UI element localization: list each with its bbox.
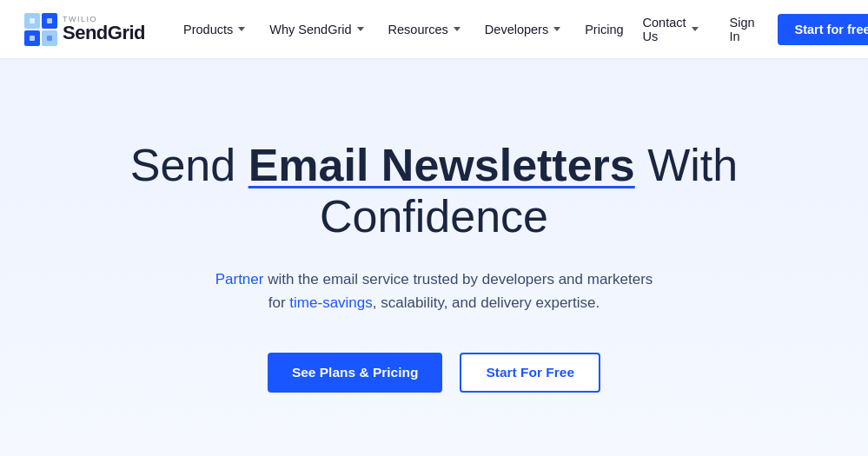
chevron-down-icon xyxy=(692,27,699,31)
nav-links: Products Why SendGrid Resources Develope… xyxy=(173,16,634,43)
see-plans-pricing-button[interactable]: See Plans & Pricing xyxy=(268,353,443,393)
nav-contact-us[interactable]: Contact Us xyxy=(634,9,707,50)
nav-pricing[interactable]: Pricing xyxy=(574,16,633,43)
svg-rect-4 xyxy=(30,18,35,23)
svg-rect-6 xyxy=(30,36,35,41)
hero-section: Send Email Newsletters With Confidence P… xyxy=(0,59,868,456)
start-for-free-button[interactable]: Start For Free xyxy=(460,353,600,393)
hero-subtitle: Partner with the email service trusted b… xyxy=(215,268,653,314)
hero-title-emphasis: Email Newsletters xyxy=(248,140,635,190)
chevron-down-icon xyxy=(454,27,461,31)
svg-rect-7 xyxy=(47,36,52,41)
svg-rect-5 xyxy=(47,18,52,23)
nav-why-sendgrid[interactable]: Why SendGrid xyxy=(259,16,374,43)
sendgrid-logo-icon xyxy=(24,13,57,46)
nav-products[interactable]: Products xyxy=(173,16,255,43)
hero-buttons: See Plans & Pricing Start For Free xyxy=(268,353,600,393)
logo-sendgrid-label: SendGrid xyxy=(63,23,145,43)
navbar: TWILIO SendGrid Products Why SendGrid Re… xyxy=(0,0,868,59)
chevron-down-icon xyxy=(238,27,245,31)
nav-start-free-button[interactable]: Start for free xyxy=(778,14,868,45)
hero-title: Send Email Newsletters With Confidence xyxy=(65,140,804,244)
nav-right: Contact Us Sign In Start for free xyxy=(634,9,868,50)
chevron-down-icon xyxy=(553,27,560,31)
nav-resources[interactable]: Resources xyxy=(378,16,471,43)
logo-link[interactable]: TWILIO SendGrid xyxy=(24,13,145,46)
chevron-down-icon xyxy=(357,27,364,31)
nav-developers[interactable]: Developers xyxy=(474,16,571,43)
nav-sign-in[interactable]: Sign In xyxy=(718,9,767,50)
